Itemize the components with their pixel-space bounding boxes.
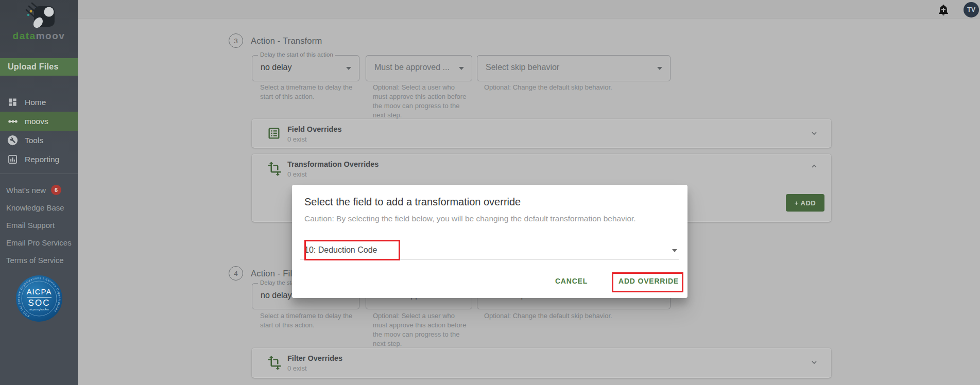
card-title: Field Overrides: [287, 125, 342, 133]
add-transformation-override-dialog: Select the field to add a transformation…: [292, 185, 687, 298]
link-label: Email Support: [6, 221, 55, 230]
link-email-pro-services[interactable]: Email Pro Services: [6, 234, 78, 251]
svg-text:AICPA: AICPA: [27, 287, 52, 296]
app-window: datamoov Upload Files Home: [0, 0, 980, 385]
home-grid-icon: [7, 97, 18, 108]
skip-behavior-select-value: Select skip behavior: [486, 63, 559, 72]
upload-files-button[interactable]: Upload Files: [0, 58, 78, 76]
step-3-indicator: 3: [229, 33, 243, 48]
topbar: TV: [78, 0, 980, 19]
sidebar-item-moovs[interactable]: moovs: [0, 112, 78, 131]
sidebar-item-label: Tools: [25, 136, 43, 145]
brand-name-moov: moov: [36, 30, 65, 41]
link-label: Terms of Service: [6, 256, 64, 265]
moovs-dots-icon: [7, 116, 18, 127]
step-3-title: Action - Transform: [251, 36, 322, 46]
chevron-down-icon: [672, 249, 677, 252]
chevron-down-icon[interactable]: [810, 129, 818, 139]
skip-helper-text: Optional: Change the default skip behavi…: [484, 83, 700, 92]
link-terms-of-service[interactable]: Terms of Service: [6, 251, 78, 269]
bar-chart-icon: [7, 154, 18, 165]
brand-name: datamoov: [0, 30, 78, 42]
filter-overrides-card[interactable]: Filter Overrides 0 exist: [252, 348, 831, 378]
delay-helper-text: Select a timeframe to delay the start of…: [260, 311, 355, 330]
sidebar-item-reporting[interactable]: Reporting: [0, 150, 78, 169]
chevron-down-icon: [657, 67, 662, 70]
chevron-down-icon: [346, 67, 351, 70]
card-title: Transformation Overrides: [287, 160, 379, 168]
list-alt-icon: [267, 126, 281, 143]
aicpa-soc-badge: AICPA SOC aicpa.org/soc4so SOC for Servi…: [15, 275, 63, 322]
add-override-open-button[interactable]: + ADD: [786, 194, 824, 212]
sidebar-links: What's new 6 Knowledge Base Email Suppor…: [6, 181, 78, 269]
transform-icon: [267, 161, 282, 179]
chevron-up-icon[interactable]: [810, 162, 818, 172]
link-email-support[interactable]: Email Support: [6, 216, 78, 234]
link-label: Knowledge Base: [6, 203, 64, 212]
brand-name-data: data: [13, 30, 36, 41]
delay-select-value: no delay: [261, 291, 292, 300]
skip-helper-text: Optional: Change the default skip behavi…: [484, 311, 700, 321]
delay-select-value: no delay: [261, 63, 292, 72]
sidebar-item-label: Reporting: [25, 155, 59, 164]
sidebar-item-label: moovs: [25, 117, 48, 126]
cancel-button[interactable]: CANCEL: [552, 277, 591, 285]
sidebar: datamoov Upload Files Home: [0, 0, 78, 385]
transform-icon: [267, 355, 282, 373]
field-overrides-card[interactable]: Field Overrides 0 exist: [252, 119, 831, 148]
link-label: Email Pro Services: [6, 238, 72, 247]
approver-helper-text: Optional: Select a user who must approve…: [373, 83, 468, 120]
svg-text:aicpa.org/soc4so: aicpa.org/soc4so: [29, 308, 49, 311]
chevron-down-icon[interactable]: [810, 358, 818, 369]
link-knowledge-base[interactable]: Knowledge Base: [6, 199, 78, 216]
whats-new-count-badge: 6: [51, 185, 61, 195]
step-4-indicator: 4: [229, 266, 243, 281]
add-override-button[interactable]: ADD OVERRIDE: [616, 277, 681, 285]
sidebar-item-label: Home: [25, 98, 46, 107]
card-count: 0 exist: [287, 364, 307, 372]
svg-text:SOC: SOC: [28, 298, 50, 308]
dialog-title: Select the field to add a transformation…: [304, 196, 521, 208]
card-count: 0 exist: [287, 135, 307, 143]
user-avatar[interactable]: TV: [964, 2, 979, 18]
delay-helper-text: Select a timeframe to delay the start of…: [260, 83, 355, 101]
dialog-caution-text: Caution: By selecting the field below, y…: [304, 214, 636, 223]
datamoov-logo-icon: [20, 2, 60, 30]
approver-select-value: Must be approved ...: [374, 63, 450, 72]
sidebar-item-tools[interactable]: Tools: [0, 131, 78, 150]
sidebar-nav: Home moovs: [0, 93, 78, 169]
card-title: Filter Overrides: [287, 354, 342, 362]
wrench-icon: [7, 135, 18, 146]
approver-helper-text: Optional: Select a user who must approve…: [373, 311, 468, 348]
skip-behavior-select-step3[interactable]: Select skip behavior: [477, 55, 670, 81]
delay-select-label: Delay the start of this action: [258, 51, 335, 58]
delay-select-step3[interactable]: Delay the start of this action no delay: [252, 55, 359, 81]
approver-select-step3[interactable]: Must be approved ...: [366, 55, 472, 81]
field-select[interactable]: 10: Deduction Code: [300, 241, 679, 260]
card-count: 0 exist: [287, 170, 307, 178]
chevron-down-icon: [459, 67, 464, 70]
link-label: What's new: [6, 186, 46, 195]
add-alert-bell-icon[interactable]: [937, 4, 950, 16]
sidebar-item-home[interactable]: Home: [0, 93, 78, 112]
field-select-value: 10: Deduction Code: [304, 246, 377, 255]
link-whats-new[interactable]: What's new 6: [6, 181, 78, 199]
sidebar-divider: [0, 173, 78, 174]
